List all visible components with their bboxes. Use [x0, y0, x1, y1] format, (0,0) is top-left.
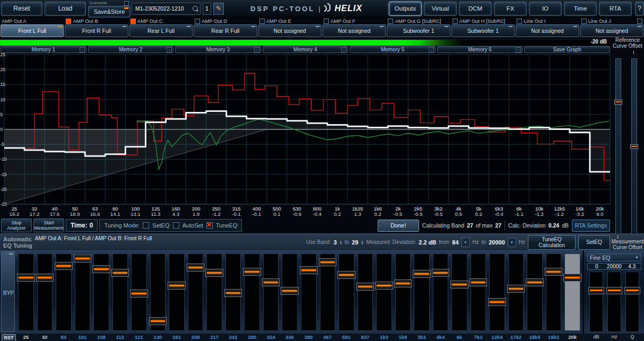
edit-pencil-icon[interactable]: ✎	[213, 3, 224, 15]
eq-band-handle[interactable]	[187, 264, 205, 272]
eq-band-track[interactable]	[75, 253, 91, 331]
band-from-spinner[interactable]: ▲▼	[340, 240, 342, 244]
eq-band-track[interactable]	[206, 253, 222, 331]
channel-checkbox[interactable]	[517, 19, 522, 24]
save-store-button[interactable]: Save&Store	[88, 6, 130, 18]
eq-band-track[interactable]	[320, 253, 336, 331]
tuning-checkbox-tuneeq[interactable]	[206, 222, 213, 229]
channel-checkbox[interactable]	[66, 19, 71, 24]
overwrite-checkbox[interactable]	[124, 1, 129, 6]
eq-band-track[interactable]	[301, 253, 317, 331]
reference-offset-handle[interactable]	[630, 144, 638, 149]
eq-band-track[interactable]	[131, 253, 147, 331]
eq-band-track[interactable]	[188, 253, 204, 331]
nav-button-fx[interactable]: FX	[494, 2, 527, 16]
eq-band-track[interactable]	[376, 253, 392, 331]
eq-band-handle[interactable]	[413, 270, 431, 278]
eq-band-handle[interactable]	[36, 274, 54, 282]
channel-checkbox[interactable]	[581, 19, 587, 24]
rta-settings-button[interactable]: RTA Settings	[572, 220, 610, 232]
eq-band-track[interactable]	[358, 253, 373, 331]
memory-dropdown-marker[interactable]: –	[516, 47, 521, 53]
eq-band-track[interactable]	[244, 253, 260, 331]
channel-output-select[interactable]: Subwoofer 1	[387, 24, 450, 37]
eq-band-track[interactable]	[546, 253, 562, 331]
eq-band-handle[interactable]	[243, 268, 261, 276]
eq-band-track[interactable]	[489, 253, 505, 331]
memory-dropdown-marker[interactable]: –	[341, 47, 346, 53]
eq-band-handle[interactable]	[469, 278, 488, 286]
memory-button[interactable]: Memory 1–	[1, 46, 86, 53]
channel-output-select[interactable]: Front L Full	[1, 24, 64, 37]
eq-band-track[interactable]	[225, 253, 241, 331]
eq-band-track[interactable]	[564, 253, 580, 331]
eq-band-track[interactable]	[338, 253, 354, 331]
channel-checkbox[interactable]	[452, 19, 458, 24]
measurement-offset-slider[interactable]	[615, 58, 621, 234]
eq-band-track[interactable]	[414, 253, 430, 331]
tune-eq-calculation-button[interactable]: TuneEQCalculation	[528, 235, 576, 250]
channel-checkbox[interactable]	[388, 19, 393, 24]
tuning-checkbox-autoset[interactable]	[173, 222, 179, 229]
eq-band-track[interactable]	[37, 253, 53, 331]
nav-button-virtual[interactable]: Virtual	[424, 2, 457, 16]
eq-band-track[interactable]	[263, 253, 279, 331]
eq-band-handle[interactable]	[92, 265, 110, 273]
eq-band-handle[interactable]	[563, 274, 581, 282]
band-to-spinner[interactable]: ▲▼	[361, 240, 363, 244]
memory-dropdown-marker[interactable]: –	[254, 47, 259, 53]
done-button[interactable]: Done!	[378, 220, 419, 232]
eq-band-track[interactable]	[395, 253, 411, 331]
reference-offset-slider[interactable]	[631, 58, 637, 234]
nav-button-io[interactable]: IO	[529, 2, 562, 16]
memory-dropdown-marker[interactable]: –	[80, 47, 85, 53]
eq-band-handle[interactable]	[111, 269, 129, 277]
eq-band-handle[interactable]	[17, 274, 35, 282]
eq-band-track[interactable]	[112, 253, 128, 331]
freq-from-value[interactable]: 84	[452, 239, 458, 246]
search-icon[interactable]	[193, 6, 198, 11]
fine-eq-track[interactable]	[625, 272, 639, 332]
eq-band-track[interactable]	[433, 253, 449, 331]
eq-band-track[interactable]	[56, 253, 72, 331]
eq-band-track[interactable]	[527, 253, 543, 331]
channel-checkbox[interactable]	[637, 19, 642, 24]
channel-output-select[interactable]: Subwoofer 1	[451, 24, 515, 37]
eq-band-handle[interactable]	[545, 268, 563, 276]
load-button[interactable]: Load	[45, 2, 86, 16]
eq-band-track[interactable]	[169, 253, 185, 331]
band-from-value[interactable]: 3	[334, 239, 337, 246]
nav-button-outputs[interactable]: Outputs	[389, 2, 422, 16]
reset-button[interactable]: Reset	[1, 2, 42, 16]
eq-band-track[interactable]	[93, 253, 109, 331]
eq-band-track[interactable]	[18, 253, 34, 331]
channel-output-select[interactable]: Not assigned	[258, 24, 321, 37]
channel-checkbox[interactable]	[259, 19, 265, 24]
channel-output-select[interactable]: Not assigned	[323, 24, 386, 37]
eq-band-handle[interactable]	[224, 289, 242, 297]
eq-band-handle[interactable]	[149, 317, 167, 325]
eq-band-track[interactable]	[508, 253, 524, 331]
freq-to-value[interactable]: 20000	[489, 239, 505, 246]
fine-eq-handle[interactable]	[588, 287, 604, 294]
nav-button-rta[interactable]: RTA	[599, 2, 632, 16]
nav-button-time[interactable]: Time	[564, 2, 597, 16]
eq-band-handle[interactable]	[507, 285, 525, 293]
channel-output-select[interactable]: Rear L Full	[129, 24, 193, 37]
save-graph-button[interactable]: Save Graph	[524, 46, 610, 53]
bypass-button[interactable]: BYP	[1, 251, 15, 332]
fine-eq-track[interactable]	[607, 272, 621, 332]
eq-band-handle[interactable]	[337, 271, 355, 279]
channel-checkbox[interactable]	[324, 19, 329, 24]
eq-band-handle[interactable]	[375, 282, 393, 290]
eq-band-track[interactable]	[451, 253, 467, 331]
band-to-value[interactable]: 29	[352, 239, 358, 246]
channel-output-select[interactable]: Front R Full	[65, 24, 128, 37]
memory-button[interactable]: Memory 2–	[88, 46, 174, 53]
eq-band-handle[interactable]	[281, 287, 299, 295]
eq-band-handle[interactable]	[432, 269, 450, 277]
eq-band-handle[interactable]	[356, 283, 375, 291]
eq-band-handle[interactable]	[168, 282, 186, 290]
channel-output-select[interactable]: Not assigned	[580, 24, 643, 37]
eq-band-handle[interactable]	[55, 262, 73, 270]
